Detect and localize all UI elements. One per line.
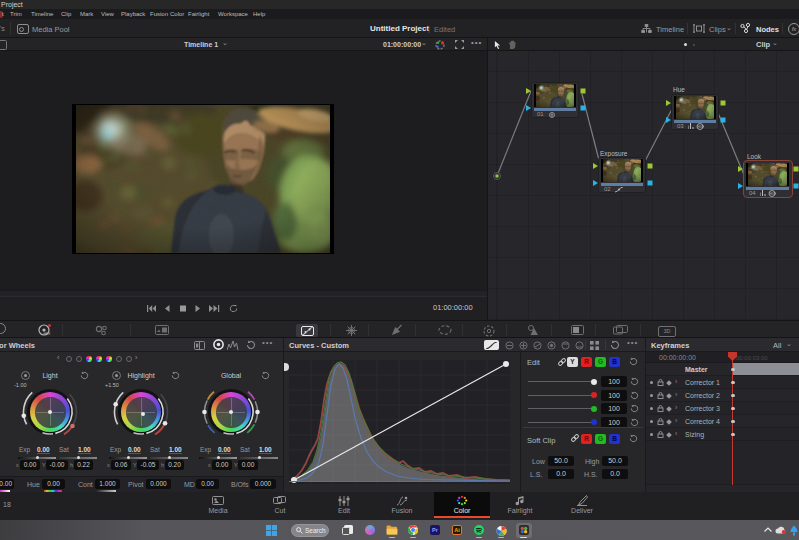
svg-text:HDR: HDR bbox=[44, 332, 52, 336]
